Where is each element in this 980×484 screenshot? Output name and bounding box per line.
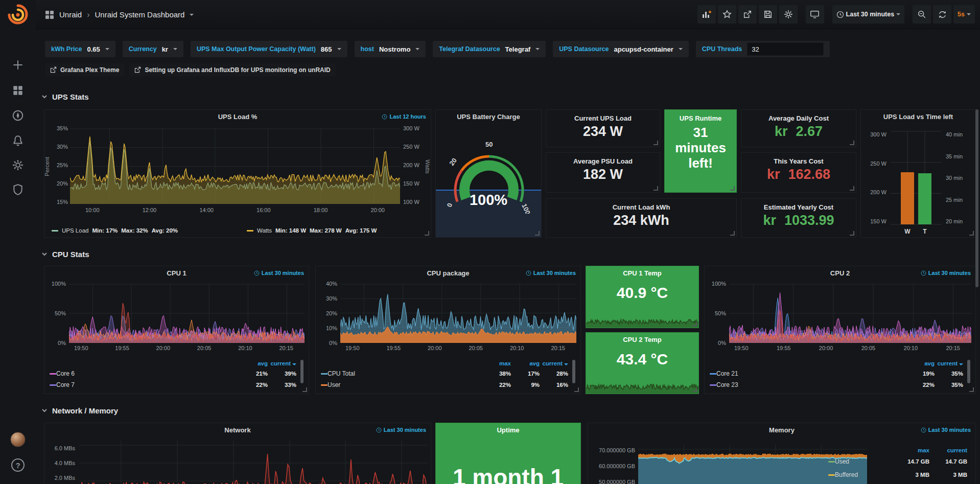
stat-value: kr 2.67 (741, 124, 856, 140)
legend-swatch (50, 384, 56, 386)
star-button[interactable] (718, 5, 736, 24)
cpu-threads-input[interactable] (747, 42, 824, 56)
section-cpu-stats[interactable]: CPU Stats (41, 247, 89, 261)
panel-current-ups-load[interactable]: Current UPS Load 234 W (546, 109, 660, 147)
variable-host[interactable]: host Nostromo (355, 41, 426, 57)
panel-time-override[interactable]: Last 12 hours (382, 113, 426, 120)
create-plus-icon[interactable] (12, 59, 24, 71)
share-button[interactable] (738, 5, 757, 24)
panel-uptime[interactable]: Uptime 1 month 1 (435, 423, 581, 484)
panel-time-override[interactable]: Last 30 minutes (921, 427, 971, 433)
dashboards-icon[interactable] (12, 84, 24, 97)
alerting-bell-icon[interactable] (12, 134, 24, 147)
panel-title[interactable]: UPS Battery Charge (436, 110, 541, 124)
panel-estimated-yearly-cost[interactable]: Estimated Yearly Cost kr 1033.99 (741, 198, 856, 238)
bar-time-left (918, 173, 931, 224)
breadcrumb-folder[interactable]: Unraid (59, 10, 82, 19)
stat-value: kr 1033.99 (741, 213, 856, 228)
page-scrollbar[interactable] (975, 109, 978, 287)
cycle-view-button[interactable] (806, 5, 824, 24)
variable-currency[interactable]: Currency kr (123, 41, 183, 57)
legend-ups-load[interactable]: UPS Load Min: 17%Max: 32%Avg: 20% (52, 227, 228, 234)
section-title: CPU Stats (52, 250, 89, 259)
stat-title: Current Load kWh (546, 203, 736, 211)
save-button[interactable] (759, 5, 777, 24)
panel-cpu1-temp[interactable]: CPU 1 Temp 40.9 °C (586, 266, 699, 328)
gauge-value: 100% (436, 192, 541, 209)
refresh-interval-select[interactable]: 5s (953, 5, 975, 24)
y-axis-ticks-right: 300 W250 W 200 W150 W 100 W (403, 125, 426, 205)
configuration-gear-icon[interactable] (12, 159, 24, 171)
panel-time-override[interactable]: Last 30 minutes (376, 427, 426, 433)
panel-time-override[interactable]: Last 30 minutes (254, 270, 304, 276)
panel-title[interactable]: Memory (588, 423, 975, 437)
panel-title[interactable]: Network (44, 423, 431, 437)
panel-average-daily-cost[interactable]: Average Daily Cost kr 2.67 (741, 109, 856, 147)
variable-label: Currency (129, 45, 157, 53)
dashboards-grid-icon[interactable] (45, 10, 54, 19)
grafana-logo[interactable] (7, 4, 29, 26)
panel-title[interactable]: UPS Load % (44, 110, 431, 124)
section-ups-stats[interactable]: UPS Stats (41, 90, 89, 103)
panel-average-psu-load[interactable]: Average PSU Load 182 W (546, 152, 660, 193)
y-axis-ticks: 6.0 MBs4.0 MBs2.0 MBs (49, 445, 75, 481)
legend-table: max current Used 14.7 GB 14.7 GB Buffere… (828, 446, 969, 481)
svg-text:W: W (904, 228, 911, 235)
variable-value: apcupsd-container (614, 45, 673, 53)
panel-time-override[interactable]: Last 30 minutes (526, 270, 576, 276)
stat-title: Average Daily Cost (741, 114, 856, 122)
chevron-down-icon (337, 48, 341, 50)
section-network-memory[interactable]: Network / Memory (41, 404, 118, 417)
legend-swatch (50, 373, 56, 375)
breadcrumb: Unraid › Unraid System Dashboard (45, 0, 194, 29)
panel-current-load-kwh[interactable]: Current Load kWh 234 kWh (546, 198, 737, 238)
panel-ups-runtime[interactable]: UPS Runtime 31 minutes left! (664, 109, 737, 193)
panel-cpu2-temp[interactable]: CPU 2 Temp 43.4 °C (586, 332, 699, 394)
legend-swatch (710, 373, 716, 375)
panel-time-override[interactable]: Last 30 minutes (921, 270, 971, 276)
variable-ups-datasource[interactable]: UPS Datasource apcupsd-container (553, 41, 689, 57)
refresh-interval-label: 5s (958, 11, 965, 18)
panel-title[interactable]: Uptime (436, 423, 580, 437)
variable-label: Telegraf Datasource (439, 45, 500, 53)
breadcrumb-separator: › (87, 10, 89, 19)
admin-shield-icon[interactable] (12, 183, 24, 196)
dashboard-links: Grafana Plex Theme Setting up Grafana an… (45, 63, 336, 76)
chevron-down-icon[interactable] (190, 14, 194, 16)
user-avatar[interactable] (10, 432, 26, 447)
time-range-picker[interactable]: Last 30 minutes (832, 5, 904, 24)
legend-row: Core 6 21% 39% (50, 368, 305, 379)
x-axis-ticks: 19:5019:5520:00 20:0520:1020:15 (734, 345, 960, 351)
dashboard-title[interactable]: Unraid System Dashboard (95, 10, 185, 19)
stat-value: 31 minutes left! (665, 125, 736, 171)
zoom-out-button[interactable] (913, 5, 931, 24)
temp-sparkline (586, 314, 699, 328)
legend-scrollbar[interactable] (300, 360, 304, 383)
refresh-button[interactable] (933, 5, 951, 24)
clock-icon (836, 11, 844, 18)
link-ups-monitoring-guide[interactable]: Setting up Grafana and InfluxDB for UPS … (129, 63, 335, 76)
legend-scrollbar[interactable] (572, 360, 575, 383)
legend-swatch (710, 384, 716, 386)
panel-title[interactable]: UPS Load vs Time left (861, 110, 975, 124)
settings-gear-button[interactable] (779, 5, 798, 24)
variable-value: kr (162, 45, 168, 53)
network-chart (79, 441, 428, 484)
panel-this-years-cost[interactable]: This Years Cost kr 162.68 (741, 152, 856, 193)
add-panel-button[interactable] (697, 5, 716, 24)
variable-telegraf-datasource[interactable]: Telegraf Datasource Telegraf (433, 41, 546, 57)
panel-title[interactable]: CPU 2 Temp (586, 333, 698, 347)
legend-scrollbar[interactable] (967, 360, 970, 383)
panel-title[interactable]: CPU 1 Temp (586, 266, 698, 280)
legend-table: avg current Core 21 19% 35% Core 23 22% … (710, 359, 971, 390)
variable-kwh-price[interactable]: kWh Price 0.65 (45, 41, 115, 57)
ups-load-chart (70, 128, 400, 204)
variable-ups-max-output[interactable]: UPS Max Output Power Capacity (Watt) 865 (191, 41, 347, 57)
variable-label: kWh Price (51, 45, 82, 53)
chevron-down-icon (173, 48, 177, 50)
explore-compass-icon[interactable] (12, 109, 24, 122)
help-button[interactable]: ? (11, 458, 25, 472)
section-title: UPS Stats (52, 93, 89, 101)
link-grafana-plex-theme[interactable]: Grafana Plex Theme (45, 63, 124, 76)
legend-watts[interactable]: Watts Min: 148 WMax: 278 WAvg: 175 W (228, 227, 424, 234)
